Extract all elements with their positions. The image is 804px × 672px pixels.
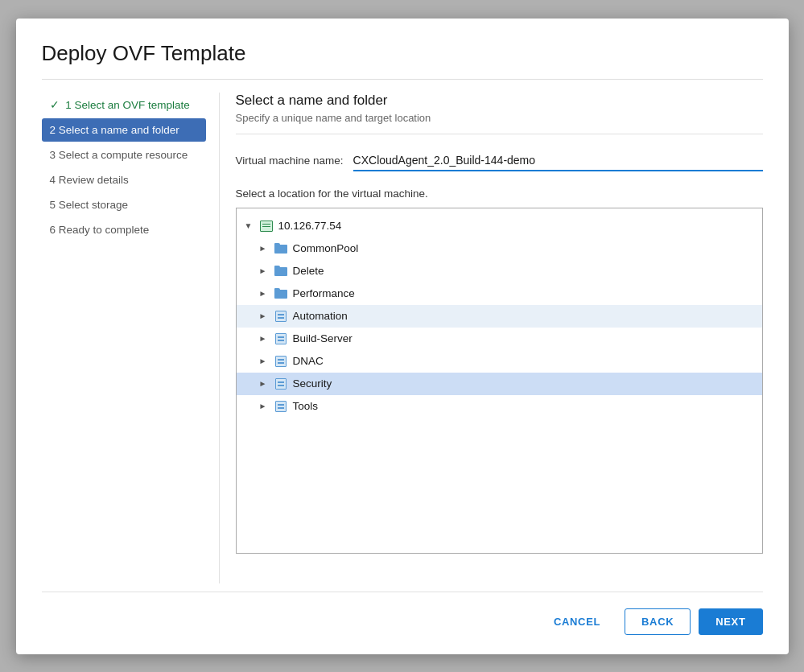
- server-icon: [274, 377, 288, 391]
- next-button[interactable]: NEXT: [699, 608, 762, 635]
- tree-node-performance[interactable]: ► Performance: [237, 282, 762, 305]
- vm-name-label: Virtual machine name:: [236, 155, 344, 167]
- node-label-commonpool: CommonPool: [293, 242, 359, 254]
- deploy-ovf-dialog: Deploy OVF Template ✓ 1 Select an OVF te…: [16, 19, 789, 654]
- tree-container[interactable]: ▼ 10.126.77.54 ► CommonPool ►: [236, 208, 763, 554]
- dialog-footer: CANCEL BACK NEXT: [42, 592, 763, 635]
- chevron-right-icon: ►: [259, 402, 270, 410]
- section-title: Select a name and folder: [236, 93, 763, 109]
- section-subtitle: Specify a unique name and target locatio…: [236, 112, 763, 134]
- tree-node-dnac[interactable]: ► DNAC: [237, 350, 762, 373]
- node-label-tools: Tools: [293, 400, 319, 412]
- node-label-build-server: Build-Server: [293, 332, 353, 344]
- tree-node-commonpool[interactable]: ► CommonPool: [237, 237, 762, 260]
- node-label-automation: Automation: [293, 310, 348, 322]
- server-icon: [274, 399, 288, 414]
- chevron-down-icon: ▼: [245, 221, 256, 230]
- vm-name-row: Virtual machine name:: [236, 150, 763, 171]
- folder-icon: [274, 264, 288, 278]
- tree-node-build-server[interactable]: ► Build-Server: [237, 328, 762, 350]
- chevron-right-icon: ►: [259, 289, 270, 298]
- back-button[interactable]: BACK: [625, 608, 691, 635]
- node-label-dnac: DNAC: [293, 355, 324, 367]
- sidebar-item-step3[interactable]: 3 Select a compute resource: [42, 143, 206, 167]
- sidebar-item-step2[interactable]: 2 Select a name and folder: [42, 118, 206, 142]
- node-label-security: Security: [293, 377, 332, 390]
- root-label: 10.126.77.54: [278, 220, 342, 232]
- server-icon: [274, 309, 288, 324]
- sidebar-item-step5[interactable]: 5 Select storage: [42, 193, 206, 216]
- node-label-delete: Delete: [293, 265, 324, 277]
- server-icon: [274, 354, 288, 369]
- tree-root-node[interactable]: ▼ 10.126.77.54: [237, 215, 762, 237]
- vm-name-input[interactable]: [353, 150, 763, 171]
- folder-icon: [274, 287, 288, 301]
- node-label-performance: Performance: [293, 287, 355, 299]
- chevron-right-icon: ►: [259, 311, 270, 320]
- main-content: Select a name and folder Specify a uniqu…: [219, 93, 763, 583]
- folder-icon: [274, 241, 288, 256]
- tree-node-security[interactable]: ► Security: [237, 373, 762, 395]
- chevron-right-icon: ►: [259, 379, 270, 388]
- sidebar-item-step6[interactable]: 6 Ready to complete: [42, 218, 206, 241]
- chevron-right-icon: ►: [259, 244, 270, 253]
- root-icon: [259, 219, 274, 233]
- sidebar-item-step4[interactable]: 4 Review details: [42, 168, 206, 192]
- location-label: Select a location for the virtual machin…: [236, 188, 763, 200]
- sidebar-item-step1[interactable]: ✓ 1 Select an OVF template: [42, 93, 206, 117]
- tree-node-delete[interactable]: ► Delete: [237, 260, 762, 282]
- server-icon: [274, 332, 288, 346]
- dialog-body: ✓ 1 Select an OVF template 2 Select a na…: [42, 93, 763, 583]
- sidebar: ✓ 1 Select an OVF template 2 Select a na…: [42, 93, 219, 583]
- chevron-right-icon: ►: [259, 334, 270, 343]
- tree-node-tools[interactable]: ► Tools: [237, 395, 762, 418]
- dialog-title: Deploy OVF Template: [42, 41, 763, 80]
- chevron-right-icon: ►: [259, 357, 270, 365]
- chevron-right-icon: ►: [259, 266, 270, 275]
- tree-node-automation[interactable]: ► Automation: [237, 305, 762, 328]
- cancel-button[interactable]: CANCEL: [538, 608, 616, 635]
- checkmark-icon: ✓: [50, 99, 60, 111]
